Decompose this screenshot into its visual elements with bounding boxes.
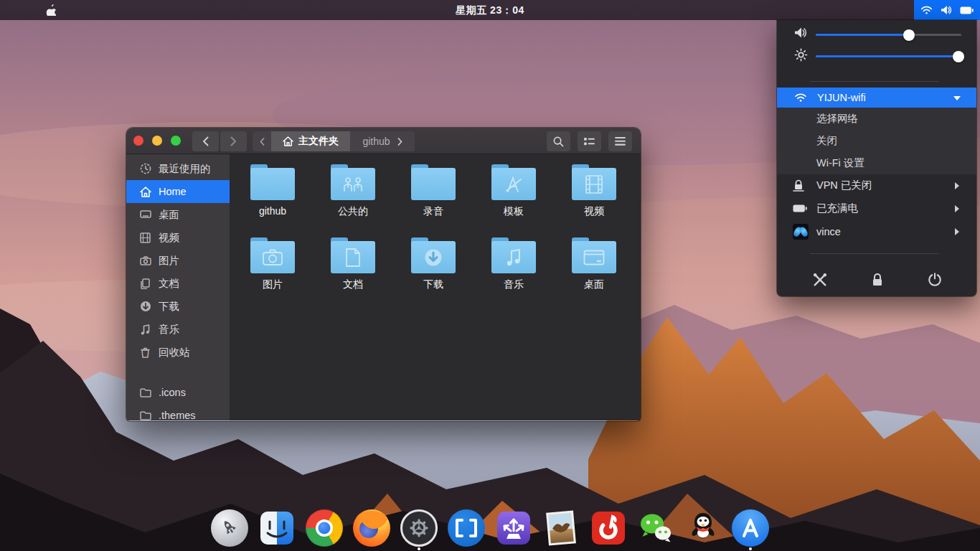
chevron-right-icon — [955, 182, 959, 189]
dock-extractor[interactable] — [495, 509, 532, 547]
wifi-settings-item[interactable]: Wi-Fi 设置 — [777, 152, 976, 174]
folder-template-icon — [491, 164, 536, 200]
file-manager-window: 主文件夹 github 最近使用的 Home — [126, 128, 641, 421]
dock-chrome[interactable] — [306, 509, 343, 547]
dock-mail[interactable] — [542, 509, 580, 547]
folder-github[interactable]: github — [232, 163, 313, 236]
wifi-settings-label: Wi-Fi 设置 — [816, 156, 864, 170]
folder-pictures[interactable]: 图片 — [232, 236, 313, 309]
search-button[interactable] — [547, 131, 570, 151]
close-button[interactable] — [133, 136, 143, 146]
sidebar-item-dot-themes[interactable]: .themes — [126, 404, 230, 421]
sidebar-item-label: 音乐 — [159, 323, 179, 336]
dock-netease-music[interactable] — [590, 509, 627, 547]
brightness-slider[interactable] — [816, 55, 961, 57]
sidebar-item-dot-icons[interactable]: .icons — [126, 381, 230, 404]
sidebar-item-documents[interactable]: 文档 — [126, 272, 230, 295]
breadcrumb-current[interactable]: github — [350, 131, 415, 151]
forward-button[interactable] — [220, 131, 247, 151]
dock-qq[interactable] — [684, 509, 722, 547]
sidebar-item-recent[interactable]: 最近使用的 — [126, 157, 230, 180]
maximize-button[interactable] — [171, 136, 181, 146]
power-button[interactable] — [920, 265, 949, 294]
list-view-button[interactable] — [578, 131, 601, 151]
extractor-icon — [495, 509, 532, 547]
folder-screen-icon — [572, 237, 616, 273]
breadcrumb: 主文件夹 github — [253, 131, 415, 151]
music-icon — [139, 324, 151, 335]
chevron-right-icon — [955, 228, 959, 235]
folder-recordings[interactable]: 录音 — [393, 163, 473, 236]
wifi-network-name: YIJUN-wifi — [817, 92, 866, 103]
folder-label: 视频 — [584, 205, 604, 218]
netease-music-icon — [590, 509, 627, 547]
brightness-icon — [794, 48, 808, 62]
user-name-label: vince — [816, 226, 841, 237]
dock-firefox[interactable] — [353, 509, 390, 547]
dock-launchpad[interactable] — [211, 509, 248, 547]
sidebar-item-videos[interactable]: 视频 — [126, 226, 230, 249]
wifi-turn-off-item[interactable]: 关闭 — [777, 130, 976, 152]
battery-menu-item[interactable]: 已充满电 — [777, 197, 976, 220]
dock-settings[interactable] — [400, 509, 438, 547]
sidebar-item-label: 图片 — [159, 254, 179, 268]
folder-documents[interactable]: 文档 — [313, 236, 393, 309]
files-icon — [258, 509, 296, 547]
dock-terminal[interactable] — [448, 509, 485, 547]
folder-icon — [250, 164, 295, 200]
breadcrumb-home[interactable]: 主文件夹 — [271, 131, 350, 151]
sidebar-item-label: 最近使用的 — [159, 162, 211, 176]
folder-public[interactable]: 公共的 — [313, 163, 393, 236]
volume-slider[interactable] — [816, 34, 961, 36]
lock-button[interactable] — [863, 265, 892, 294]
sidebar-item-desktop[interactable]: 桌面 — [126, 203, 230, 226]
folder-desktop[interactable]: 桌面 — [554, 236, 634, 309]
hamburger-menu-button[interactable] — [608, 131, 632, 151]
minimize-button[interactable] — [152, 136, 162, 146]
dock-files[interactable] — [258, 509, 296, 547]
folder-downloads[interactable]: 下载 — [393, 236, 473, 309]
dock — [211, 509, 769, 547]
menu-divider — [810, 81, 939, 82]
vpn-lock-icon — [793, 179, 804, 192]
user-menu-item[interactable]: vince — [777, 220, 976, 242]
folder-label: 桌面 — [584, 278, 604, 291]
system-status-area[interactable] — [914, 0, 980, 20]
sidebar-item-label: 下载 — [159, 300, 179, 314]
trash-icon — [139, 347, 151, 358]
vpn-menu-item[interactable]: VPN 已关闭 — [777, 174, 976, 197]
firefox-icon — [353, 509, 390, 547]
sidebar-item-music[interactable]: 音乐 — [126, 318, 230, 341]
window-header[interactable]: 主文件夹 github — [126, 128, 641, 154]
wifi-menu-item[interactable]: YIJUN-wifi — [777, 88, 976, 108]
chrome-icon — [306, 509, 343, 547]
menu-divider — [810, 253, 939, 254]
settings-button[interactable] — [806, 265, 834, 294]
wifi-turn-off-label: 关闭 — [816, 134, 837, 148]
brightness-slider-handle[interactable] — [953, 51, 964, 62]
dock-wechat[interactable] — [637, 509, 674, 547]
clock[interactable]: 星期五 23：04 — [0, 0, 980, 20]
sidebar-item-trash[interactable]: 回收站 — [126, 341, 230, 364]
select-network-item[interactable]: 选择网络 — [777, 108, 976, 130]
breadcrumb-prev-icon[interactable] — [253, 131, 271, 151]
brightness-slider-row — [777, 45, 976, 67]
select-network-label: 选择网络 — [816, 112, 858, 126]
volume-slider-handle[interactable] — [903, 29, 915, 41]
app-store-icon — [732, 509, 769, 547]
top-menu-bar: 星期五 23：04 — [0, 0, 980, 20]
folder-label: github — [259, 205, 286, 217]
folder-grid: github 公共的 录音 模板 — [230, 154, 641, 420]
dock-app-store[interactable] — [732, 509, 769, 547]
folder-templates[interactable]: 模板 — [473, 163, 554, 236]
folder-videos[interactable]: 视频 — [554, 163, 634, 236]
sidebar-item-home[interactable]: Home — [126, 180, 230, 203]
volume-icon — [941, 5, 952, 15]
chevron-down-icon — [953, 96, 961, 100]
sidebar-item-downloads[interactable]: 下载 — [126, 295, 230, 318]
folder-film-icon — [572, 164, 616, 200]
sidebar-item-label: 回收站 — [159, 346, 190, 359]
sidebar-item-pictures[interactable]: 图片 — [126, 249, 230, 272]
folder-music[interactable]: 音乐 — [473, 236, 554, 309]
back-button[interactable] — [192, 131, 219, 151]
